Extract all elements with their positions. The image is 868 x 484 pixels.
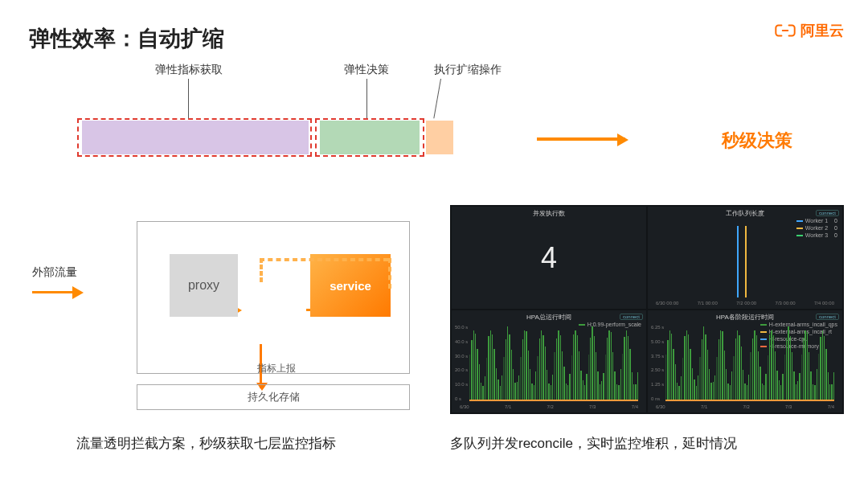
grafana-dashboard: 并发执行数 4 工作队列长度 connect Worker 1 0 Worker… bbox=[450, 205, 844, 414]
panel-title: HPA总运行时间 bbox=[452, 313, 646, 322]
panel-hpa-stage-runtime: HPA各阶段运行时间 connect H-external-arms_incal… bbox=[648, 310, 842, 412]
decision-callout: 秒级决策 bbox=[722, 129, 792, 153]
caption-right: 多队列并发reconcile，实时监控堆积，延时情况 bbox=[450, 434, 737, 453]
tick-line bbox=[433, 79, 441, 118]
x-axis-ticks: 6/30 00:00 7/1 00:00 7/2 00:00 7/3 00:00… bbox=[656, 301, 834, 306]
chart-bars bbox=[469, 326, 638, 401]
panel-legend: Worker 1 0 Worker 2 0 Worker 3 0 bbox=[796, 218, 837, 240]
aliyun-logo-text: 阿里云 bbox=[800, 21, 844, 40]
chart-bars bbox=[665, 326, 834, 401]
proxy-architecture-diagram: 外部流量 proxy service 指标上报 持久化存储 bbox=[80, 209, 418, 426]
page-title: 弹性效率：自动扩缩 bbox=[29, 24, 224, 53]
service-box: service bbox=[310, 254, 391, 317]
pipeline-stage1-label: 弹性指标获取 bbox=[155, 63, 223, 77]
pipeline-stage2-bar bbox=[320, 121, 420, 154]
aliyun-bracket-icon bbox=[775, 23, 796, 39]
chart-spike bbox=[737, 226, 739, 297]
y-axis-ticks: 50.0 s 40.0 s 30.0 s 20.0 s 10.0 s 0 s bbox=[455, 325, 468, 401]
panel-concurrent-exec: 并发执行数 4 bbox=[452, 207, 646, 309]
caption-left: 流量透明拦截方案，秒级获取七层监控指标 bbox=[76, 434, 336, 453]
pipeline-diagram: 弹性指标获取 弹性决策 执行扩缩操作 秒级决策 bbox=[79, 63, 836, 167]
tick-line bbox=[188, 79, 189, 119]
panel-title: 工作队列长度 bbox=[648, 209, 842, 218]
panel-badge: connect bbox=[816, 210, 839, 216]
storage-box: 持久化存储 bbox=[137, 384, 410, 410]
dashed-connector bbox=[260, 258, 388, 261]
panel-badge: connect bbox=[816, 314, 839, 320]
pipeline-stage2-label: 弹性决策 bbox=[344, 63, 389, 77]
x-axis-ticks: 6/30 7/1 7/2 7/3 7/4 bbox=[656, 404, 834, 409]
pod-boundary-box: proxy service bbox=[137, 221, 410, 374]
big-number-value: 4 bbox=[541, 241, 557, 275]
arrow-right-icon bbox=[537, 137, 625, 141]
arrow-right-icon bbox=[32, 291, 80, 293]
panel-title: 并发执行数 bbox=[452, 209, 646, 218]
aliyun-logo: 阿里云 bbox=[775, 21, 844, 40]
pipeline-stage3-label: 执行扩缩操作 bbox=[434, 63, 502, 77]
chart-baseline bbox=[665, 400, 834, 401]
pipeline-stage1-bar bbox=[82, 121, 309, 154]
dashed-connector bbox=[388, 258, 391, 289]
proxy-box: proxy bbox=[170, 254, 238, 317]
x-axis-ticks: 6/30 7/1 7/2 7/3 7/4 bbox=[460, 404, 638, 409]
panel-hpa-total-runtime: HPA总运行时间 connect H:0.99-perform_scale 50… bbox=[452, 310, 646, 412]
panel-title: HPA各阶段运行时间 bbox=[648, 313, 842, 322]
metric-report-label: 指标上报 bbox=[257, 362, 296, 375]
external-traffic-label: 外部流量 bbox=[32, 265, 77, 280]
panel-badge: connect bbox=[620, 314, 643, 320]
dashed-connector bbox=[260, 258, 263, 282]
chart-spike bbox=[745, 226, 747, 297]
tick-line bbox=[366, 79, 367, 119]
pipeline-stage3-bar bbox=[426, 121, 453, 154]
chart-baseline bbox=[469, 400, 638, 401]
panel-queue-length: 工作队列长度 connect Worker 1 0 Worker 2 0 Wor… bbox=[648, 207, 842, 309]
y-axis-ticks: 6.25 s 5.00 s 3.75 s 2.50 s 1.25 s 0 ns bbox=[651, 325, 664, 401]
